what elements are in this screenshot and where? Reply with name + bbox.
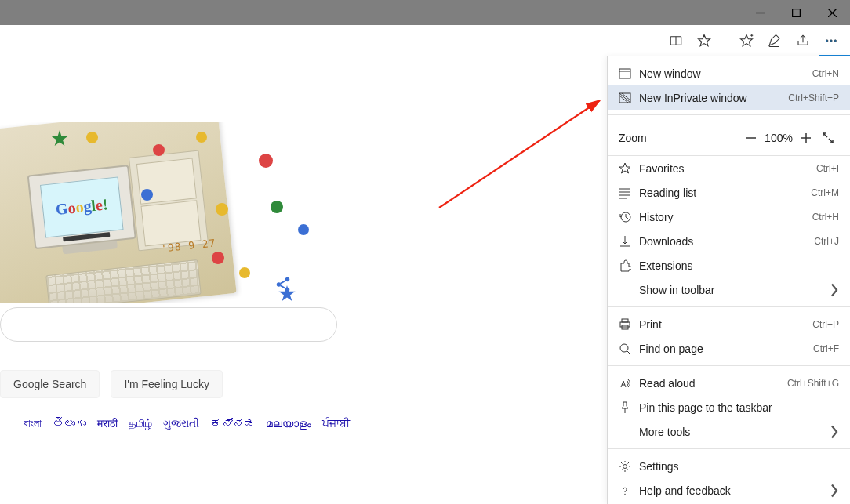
add-to-favorites-button[interactable] (732, 27, 761, 55)
menu-label: Pin this page to the taskbar (639, 401, 839, 414)
svg-marker-25 (619, 163, 630, 173)
menu-shortcut: Ctrl+J (814, 236, 839, 247)
window-maximize-button[interactable] (778, 0, 814, 25)
svg-rect-1 (792, 9, 800, 16)
menu-settings[interactable]: Settings (608, 454, 850, 478)
menu-label: Help and feedback (639, 484, 830, 497)
share-button[interactable] (789, 27, 817, 55)
menu-show-in-toolbar[interactable]: Show in toolbar (608, 277, 850, 302)
fullscreen-button[interactable] (817, 127, 839, 149)
svg-point-13 (277, 282, 282, 287)
menu-label: Show in toolbar (639, 284, 830, 296)
language-link[interactable]: ಕನ್ನಡ (210, 417, 255, 430)
window-minimize-button[interactable] (742, 0, 778, 25)
zoom-label: Zoom (619, 132, 740, 144)
zoom-value: 100% (762, 132, 795, 144)
browser-toolbar (0, 25, 850, 56)
feeling-lucky-button[interactable]: I'm Feeling Lucky (111, 370, 223, 398)
menu-shortcut: Ctrl+I (816, 163, 839, 174)
confetti-icon (298, 224, 309, 235)
settings-menu: New window Ctrl+N New InPrivate window C… (607, 56, 850, 504)
menu-zoom-row: Zoom 100% (608, 120, 850, 156)
print-icon (619, 318, 639, 331)
doodle-share-button[interactable] (274, 276, 292, 293)
doodle-monitor: Google! (27, 164, 146, 261)
svg-point-40 (624, 493, 625, 494)
menu-separator (608, 365, 850, 366)
menu-label: Read aloud (639, 377, 787, 390)
svg-point-35 (620, 344, 628, 352)
menu-reading-list[interactable]: Reading list Ctrl+M (608, 180, 850, 205)
menu-separator (608, 448, 850, 449)
language-link[interactable]: मराठी (97, 417, 118, 430)
language-link[interactable]: తెలుగు (53, 417, 86, 430)
confetti-icon (259, 154, 273, 168)
menu-separator (608, 306, 850, 307)
menu-shortcut: Ctrl+H (812, 212, 839, 223)
svg-line-16 (281, 281, 285, 284)
language-link[interactable]: മലയാളം (266, 417, 311, 430)
language-link[interactable]: தமிழ் (129, 417, 152, 430)
confetti-icon (153, 144, 165, 156)
svg-line-36 (627, 351, 630, 354)
inprivate-icon (619, 92, 639, 104)
menu-find-on-page[interactable]: Find on page Ctrl+F (608, 336, 850, 361)
menu-new-inprivate-window[interactable]: New InPrivate window Ctrl+Shift+P (608, 85, 850, 110)
search-icon (619, 343, 639, 355)
menu-history[interactable]: History Ctrl+H (608, 205, 850, 229)
reading-view-button[interactable] (662, 27, 690, 55)
confetti-icon (196, 132, 207, 143)
language-link[interactable]: ગુજરાતી (163, 417, 199, 430)
menu-downloads[interactable]: Downloads Ctrl+J (608, 229, 850, 253)
window-close-button[interactable] (814, 0, 850, 25)
menu-pin-to-taskbar[interactable]: Pin this page to the taskbar (608, 395, 850, 419)
menu-label: Reading list (639, 187, 811, 199)
svg-point-11 (830, 39, 832, 41)
doodle-logo: Google! (40, 176, 124, 237)
window-icon (619, 67, 639, 80)
menu-shortcut: Ctrl+Shift+G (787, 378, 839, 389)
reading-list-icon (619, 187, 639, 199)
menu-shortcut: Ctrl+P (812, 319, 839, 330)
menu-more-tools[interactable]: More tools (608, 419, 850, 444)
menu-print[interactable]: Print Ctrl+P (608, 312, 850, 336)
menu-label: Favorites (639, 162, 816, 175)
confetti-icon (271, 201, 283, 213)
menu-label: More tools (639, 426, 830, 438)
settings-more-button[interactable] (817, 27, 845, 55)
menu-label: Downloads (639, 235, 814, 248)
help-icon (619, 484, 639, 497)
download-icon (619, 235, 639, 248)
search-input[interactable] (0, 307, 337, 342)
star-icon (619, 162, 639, 175)
menu-shortcut: Ctrl+M (811, 187, 839, 198)
confetti-icon (86, 132, 98, 143)
menu-favorites[interactable]: Favorites Ctrl+I (608, 156, 850, 180)
google-search-button[interactable]: Google Search (0, 370, 100, 398)
menu-label: Find on page (639, 343, 813, 355)
web-notes-button[interactable] (761, 27, 789, 55)
menu-read-aloud[interactable]: Read aloud Ctrl+Shift+G (608, 371, 850, 395)
language-link[interactable]: বাংলা (24, 417, 42, 430)
svg-point-15 (285, 288, 290, 292)
menu-new-window[interactable]: New window Ctrl+N (608, 61, 850, 85)
zoom-in-button[interactable] (795, 127, 817, 149)
svg-marker-6 (699, 34, 710, 45)
menu-help-feedback[interactable]: Help and feedback (608, 478, 850, 502)
menu-shortcut: Ctrl+F (813, 343, 839, 354)
history-icon (619, 211, 639, 223)
menu-label: New window (639, 67, 812, 80)
menu-extensions[interactable]: Extensions (608, 253, 850, 277)
language-link[interactable]: ਪੰਜਾਬੀ (322, 417, 350, 430)
svg-point-12 (834, 39, 836, 41)
menu-label: New InPrivate window (639, 92, 788, 104)
svg-point-38 (623, 464, 627, 468)
confetti-icon (141, 189, 153, 201)
gear-icon (619, 460, 639, 473)
svg-rect-19 (619, 69, 630, 78)
menu-label: Extensions (639, 259, 839, 272)
menu-label: Settings (639, 460, 839, 473)
favorite-star-button[interactable] (690, 27, 718, 55)
zoom-out-button[interactable] (740, 127, 762, 149)
svg-rect-32 (622, 319, 628, 322)
